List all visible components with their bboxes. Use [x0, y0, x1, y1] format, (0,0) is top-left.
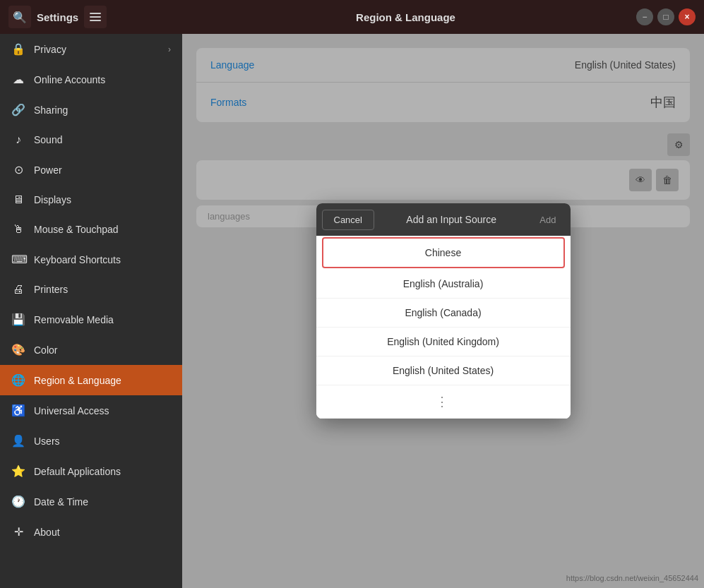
- removable-media-icon: 💾: [11, 313, 25, 326]
- app-title: Settings: [37, 11, 78, 23]
- sharing-icon: 🔗: [11, 103, 25, 116]
- window-controls: − □ ×: [628, 8, 704, 25]
- sharing-label: Sharing: [34, 104, 171, 116]
- sidebar-item-sharing[interactable]: 🔗Sharing: [0, 95, 182, 125]
- menu-icon-line3: [90, 20, 101, 21]
- sidebar-item-displays[interactable]: 🖥Displays: [0, 185, 182, 215]
- about-icon: ✛: [11, 525, 25, 539]
- dialog-list-item-0[interactable]: Chinese: [322, 237, 565, 268]
- search-icon: 🔍: [13, 11, 27, 24]
- sidebar-item-privacy[interactable]: 🔒Privacy›: [0, 34, 182, 64]
- sound-icon: ♪: [11, 133, 25, 146]
- displays-icon: 🖥: [11, 193, 25, 206]
- dialog-header: Cancel Add an Input Source Add: [316, 203, 571, 236]
- main-layout: 🔒Privacy›☁Online Accounts🔗Sharing♪Sound⊙…: [0, 34, 704, 588]
- about-label: About: [34, 527, 171, 538]
- sidebar-item-users[interactable]: 👤Users: [0, 426, 182, 456]
- sound-label: Sound: [34, 134, 171, 145]
- sidebar-item-printers[interactable]: 🖨Printers: [0, 275, 182, 304]
- sidebar-item-universal-access[interactable]: ♿Universal Access: [0, 395, 182, 426]
- keyboard-shortcuts-icon: ⌨: [11, 253, 25, 266]
- close-button[interactable]: ×: [679, 8, 696, 25]
- printers-label: Printers: [34, 284, 171, 295]
- region-language-label: Region & Language: [34, 375, 171, 386]
- universal-access-icon: ♿: [11, 404, 25, 417]
- mouse-touchpad-icon: 🖱: [11, 223, 25, 236]
- dialog-list-item-5[interactable]: ⋮: [316, 385, 571, 419]
- power-label: Power: [34, 164, 171, 176]
- dialog-list-item-1[interactable]: English (Australia): [316, 270, 571, 299]
- dialog-list-item-4[interactable]: English (United States): [316, 356, 571, 385]
- universal-access-label: Universal Access: [34, 405, 171, 416]
- color-label: Color: [34, 344, 171, 356]
- dialog-add-button[interactable]: Add: [528, 210, 567, 229]
- sidebar: 🔒Privacy›☁Online Accounts🔗Sharing♪Sound⊙…: [0, 34, 182, 588]
- privacy-icon: 🔒: [11, 42, 25, 56]
- privacy-label: Privacy: [34, 44, 160, 55]
- users-icon: 👤: [11, 434, 25, 448]
- window: 🔍 Settings Region & Language − □ × 🔒Priv…: [0, 0, 704, 588]
- date-time-icon: 🕐: [11, 495, 25, 508]
- privacy-chevron: ›: [168, 44, 171, 54]
- sidebar-item-online-accounts[interactable]: ☁Online Accounts: [0, 64, 182, 95]
- add-input-source-dialog: Cancel Add an Input Source Add ChineseEn…: [316, 203, 571, 419]
- mouse-touchpad-label: Mouse & Touchpad: [34, 224, 171, 235]
- titlebar: 🔍 Settings Region & Language − □ ×: [0, 0, 704, 34]
- removable-media-label: Removable Media: [34, 314, 171, 325]
- sidebar-item-mouse-touchpad[interactable]: 🖱Mouse & Touchpad: [0, 215, 182, 244]
- menu-icon-line2: [90, 16, 101, 18]
- power-icon: ⊙: [11, 163, 25, 176]
- keyboard-shortcuts-label: Keyboard Shortcuts: [34, 254, 171, 265]
- dialog-list-item-3[interactable]: English (United Kingdom): [316, 328, 571, 356]
- online-accounts-icon: ☁: [11, 73, 25, 86]
- date-time-label: Date & Time: [34, 496, 171, 508]
- minimize-button[interactable]: −: [636, 8, 653, 25]
- dialog-overlay: Cancel Add an Input Source Add ChineseEn…: [182, 34, 704, 588]
- region-language-icon: 🌐: [11, 373, 25, 387]
- search-button[interactable]: 🔍: [8, 6, 31, 28]
- sidebar-item-removable-media[interactable]: 💾Removable Media: [0, 304, 182, 335]
- sidebar-item-region-language[interactable]: 🌐Region & Language: [0, 365, 182, 395]
- maximize-button[interactable]: □: [657, 8, 674, 25]
- sidebar-item-date-time[interactable]: 🕐Date & Time: [0, 486, 182, 517]
- users-label: Users: [34, 436, 171, 447]
- dialog-cancel-button[interactable]: Cancel: [322, 210, 374, 230]
- window-title: Region & Language: [184, 11, 628, 23]
- sidebar-item-default-applications[interactable]: ⭐Default Applications: [0, 456, 182, 486]
- dialog-title: Add an Input Source: [374, 214, 528, 225]
- sidebar-item-about[interactable]: ✛About: [0, 517, 182, 547]
- default-applications-label: Default Applications: [34, 466, 171, 477]
- color-icon: 🎨: [11, 343, 25, 356]
- sidebar-item-color[interactable]: 🎨Color: [0, 335, 182, 365]
- menu-button[interactable]: [84, 6, 107, 28]
- online-accounts-label: Online Accounts: [34, 74, 171, 85]
- displays-label: Displays: [34, 194, 171, 205]
- printers-icon: 🖨: [11, 283, 25, 296]
- sidebar-item-sound[interactable]: ♪Sound: [0, 125, 182, 155]
- menu-icon-line1: [90, 13, 101, 14]
- default-applications-icon: ⭐: [11, 464, 25, 478]
- sidebar-item-keyboard-shortcuts[interactable]: ⌨Keyboard Shortcuts: [0, 244, 182, 275]
- dialog-list: ChineseEnglish (Australia)English (Canad…: [316, 237, 571, 419]
- sidebar-item-power[interactable]: ⊙Power: [0, 155, 182, 185]
- titlebar-left: 🔍 Settings: [0, 6, 184, 28]
- content-area: Language English (United States) Formats…: [182, 34, 704, 588]
- dialog-list-item-2[interactable]: English (Canada): [316, 299, 571, 328]
